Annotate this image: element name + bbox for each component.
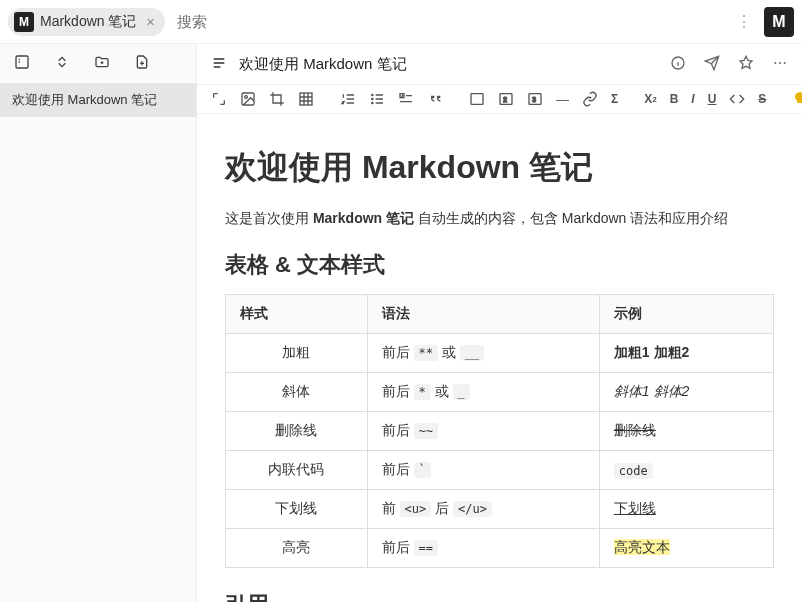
- pin-icon[interactable]: [738, 55, 754, 74]
- tab-logo-icon: M: [14, 12, 34, 32]
- svg-point-4: [784, 62, 786, 64]
- cell-example: 斜体1 斜体2: [599, 373, 773, 412]
- svg-point-3: [779, 62, 781, 64]
- menu-dots-icon[interactable]: ⋮: [736, 12, 752, 31]
- intro-paragraph: 这是首次使用 Markdown 笔记 自动生成的内容，包含 Markdown 语…: [225, 210, 774, 228]
- cell-example: 加粗1 加粗2: [599, 334, 773, 373]
- h1-icon[interactable]: [469, 91, 485, 107]
- cell-style: 删除线: [226, 412, 368, 451]
- heading-2-table: 表格 & 文本样式: [225, 250, 774, 280]
- doc-title: 欢迎使用 Markdown 笔记: [239, 55, 658, 74]
- svg-rect-0: [16, 56, 28, 68]
- table-header: 样式: [226, 295, 368, 334]
- link-icon[interactable]: [582, 91, 598, 107]
- cell-syntax: 前后 ~~: [367, 412, 599, 451]
- cell-style: 加粗: [226, 334, 368, 373]
- more-icon[interactable]: [772, 55, 788, 74]
- code-icon[interactable]: [729, 91, 745, 107]
- collapse-icon[interactable]: [54, 54, 70, 73]
- heading-1: 欢迎使用 Markdown 笔记: [225, 146, 774, 190]
- tab-title: Markdown 笔记: [40, 13, 136, 31]
- sidebar: 欢迎使用 Markdown 笔记: [0, 44, 197, 602]
- superscript-icon[interactable]: X2: [644, 91, 656, 107]
- cell-syntax: 前后 `: [367, 451, 599, 490]
- table-header: 语法: [367, 295, 599, 334]
- svg-rect-7: [300, 93, 312, 105]
- table-row: 加粗前后 ** 或 __加粗1 加粗2: [226, 334, 774, 373]
- svg-text:2: 2: [503, 96, 507, 103]
- italic-icon[interactable]: I: [691, 91, 694, 107]
- svg-point-9: [372, 98, 373, 99]
- sidebar-item-welcome[interactable]: 欢迎使用 Markdown 笔记: [0, 83, 196, 117]
- info-icon[interactable]: [670, 55, 686, 74]
- quote-icon[interactable]: [427, 91, 443, 107]
- document-tab[interactable]: M Markdown 笔记 ×: [8, 8, 165, 36]
- search-container: [177, 13, 736, 30]
- svg-rect-12: [471, 94, 483, 105]
- table-row: 斜体前后 * 或 _斜体1 斜体2: [226, 373, 774, 412]
- cell-syntax: 前后 ** 或 __: [367, 334, 599, 373]
- sidebar-item-label: 欢迎使用 Markdown 笔记: [12, 92, 157, 107]
- formula-icon[interactable]: Σ: [611, 91, 618, 107]
- table-row: 内联代码前后 `code: [226, 451, 774, 490]
- table-row: 下划线前 <u> 后 </u>下划线: [226, 490, 774, 529]
- syntax-table: 样式语法示例 加粗前后 ** 或 __加粗1 加粗2斜体前后 * 或 _斜体1 …: [225, 294, 774, 568]
- cell-example: 删除线: [599, 412, 773, 451]
- cell-style: 高亮: [226, 529, 368, 568]
- svg-text:3: 3: [532, 96, 536, 103]
- search-input[interactable]: [177, 13, 377, 30]
- topbar: M Markdown 笔记 × ⋮ M: [0, 0, 802, 44]
- new-folder-icon[interactable]: [94, 54, 110, 73]
- card-view-icon[interactable]: [14, 54, 30, 73]
- doc-body[interactable]: 欢迎使用 Markdown 笔记 这是首次使用 Markdown 笔记 自动生成…: [197, 114, 802, 602]
- svg-point-10: [372, 102, 373, 103]
- expand-icon[interactable]: [211, 91, 227, 107]
- strikethrough-icon[interactable]: S: [758, 91, 766, 107]
- table-header: 示例: [599, 295, 773, 334]
- unordered-list-icon[interactable]: [369, 91, 385, 107]
- svg-point-8: [372, 94, 373, 95]
- cell-example: 高亮文本: [599, 529, 773, 568]
- bold-icon[interactable]: B: [670, 91, 679, 107]
- checklist-icon[interactable]: [398, 91, 414, 107]
- cell-example: 下划线: [599, 490, 773, 529]
- underline-icon[interactable]: U: [708, 91, 717, 107]
- app-logo-icon: M: [764, 7, 794, 37]
- cell-example: code: [599, 451, 773, 490]
- cell-syntax: 前后 ==: [367, 529, 599, 568]
- h2-icon[interactable]: 2: [498, 91, 514, 107]
- heading-2-quote: 引用: [225, 590, 774, 602]
- crop-icon[interactable]: [269, 91, 285, 107]
- cell-style: 内联代码: [226, 451, 368, 490]
- svg-point-2: [774, 62, 776, 64]
- sidebar-toolbar: [0, 44, 196, 83]
- outline-icon[interactable]: [211, 55, 227, 74]
- close-icon[interactable]: ×: [146, 14, 154, 30]
- cell-syntax: 前 <u> 后 </u>: [367, 490, 599, 529]
- content: 欢迎使用 Markdown 笔记 2 3 — Σ: [197, 44, 802, 602]
- h3-icon[interactable]: 3: [527, 91, 543, 107]
- table-icon[interactable]: [298, 91, 314, 107]
- doc-header: 欢迎使用 Markdown 笔记: [197, 44, 802, 84]
- ordered-list-icon[interactable]: [340, 91, 356, 107]
- table-row: 删除线前后 ~~删除线: [226, 412, 774, 451]
- image-icon[interactable]: [240, 91, 256, 107]
- cell-style: 斜体: [226, 373, 368, 412]
- table-row: 高亮前后 ==高亮文本: [226, 529, 774, 568]
- cell-syntax: 前后 * 或 _: [367, 373, 599, 412]
- cell-style: 下划线: [226, 490, 368, 529]
- lightbulb-icon[interactable]: [792, 91, 802, 107]
- new-file-icon[interactable]: [134, 54, 150, 73]
- hr-icon[interactable]: —: [556, 91, 569, 107]
- send-icon[interactable]: [704, 55, 720, 74]
- editor-toolbar: 2 3 — Σ X2 B I U S: [197, 84, 802, 114]
- svg-point-6: [245, 96, 248, 99]
